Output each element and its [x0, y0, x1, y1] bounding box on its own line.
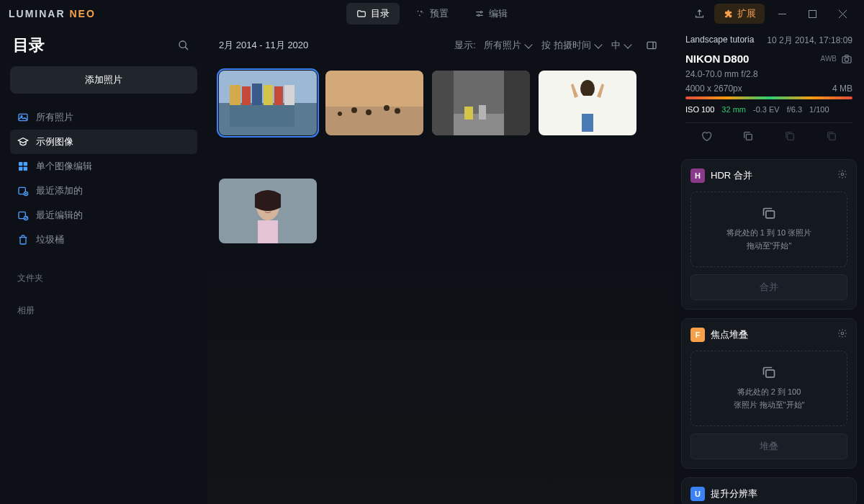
sidebar-item-single[interactable]: 单个图像编辑	[10, 154, 197, 179]
focus-stack-button[interactable]: 堆叠	[690, 433, 847, 459]
window-close[interactable]	[829, 3, 855, 24]
sidebar-item-recent-added[interactable]: 最近添加的	[10, 179, 197, 203]
svg-rect-5	[778, 14, 786, 14]
tab-catalog-label: 目录	[371, 7, 390, 20]
upscale-badge-icon: U	[690, 487, 705, 501]
search-icon	[178, 40, 189, 51]
panel-hdr-title: HDR 合并	[711, 169, 832, 182]
share-button[interactable]	[688, 3, 710, 24]
sidebar-item-label: 所有照片	[36, 111, 73, 124]
thumbnail[interactable]	[539, 71, 636, 135]
camera-model: NIKON D800	[685, 53, 749, 65]
puzzle-icon	[723, 9, 733, 19]
focus-settings[interactable]	[837, 328, 847, 341]
filter-show[interactable]: 显示: 所有照片	[454, 39, 531, 52]
svg-rect-12	[19, 167, 22, 171]
chevron-down-icon	[525, 40, 533, 48]
window-maximize[interactable]	[799, 3, 825, 24]
date-range[interactable]: 2月 2014 - 11月 2020	[219, 39, 308, 52]
image-dimensions: 4000 x 2670px	[685, 84, 742, 94]
svg-rect-39	[464, 107, 473, 120]
exif-shutter: 1/100	[809, 105, 829, 114]
sidebar-item-label: 最近添加的	[36, 184, 83, 197]
thumbnail-size[interactable]: 中	[611, 39, 631, 52]
tab-presets-label: 预置	[430, 7, 449, 20]
albums-header[interactable]: 相册	[17, 305, 197, 317]
focus-drop-zone[interactable]: 将此处的 2 到 100 张照片 拖动至"开始"	[690, 351, 847, 426]
file-date: 10 2月 2014, 17:18:09	[767, 35, 852, 47]
svg-rect-56	[766, 211, 775, 218]
sidebar-item-trash[interactable]: 垃圾桶	[10, 228, 197, 252]
svg-point-55	[841, 173, 844, 176]
thumbnail-image	[539, 71, 636, 135]
sort-by[interactable]: 按 拍摄时间	[541, 39, 601, 52]
svg-rect-28	[325, 71, 423, 107]
thumbnail[interactable]	[219, 179, 317, 243]
svg-point-1	[423, 12, 423, 13]
sidebar-item-label: 最近编辑的	[36, 209, 83, 222]
svg-rect-40	[479, 105, 486, 120]
stack-prev-button[interactable]	[784, 130, 796, 145]
image-icon	[17, 112, 29, 123]
svg-rect-27	[230, 105, 294, 127]
heart-icon	[701, 130, 712, 142]
hdr-badge-icon: H	[690, 168, 705, 183]
thumbnail-image	[219, 179, 317, 243]
sidebar-item-all[interactable]: 所有照片	[10, 105, 197, 130]
sidebar-item-label: 垃圾桶	[36, 233, 64, 246]
panel-focus-title: 焦点堆叠	[711, 328, 832, 341]
panel-upscale-title: 提升分辨率	[711, 487, 847, 500]
svg-rect-13	[24, 167, 27, 171]
svg-point-57	[841, 332, 844, 335]
favorite-button[interactable]	[701, 130, 712, 145]
svg-rect-54	[829, 134, 836, 140]
copy-button[interactable]	[742, 130, 754, 145]
svg-rect-10	[19, 162, 22, 166]
app-logo: LUMINAR NEO	[9, 8, 96, 19]
histogram	[685, 96, 852, 99]
svg-point-3	[480, 12, 482, 13]
hdr-merge-button[interactable]: 合并	[690, 274, 847, 300]
minimize-icon	[778, 10, 786, 18]
svg-point-2	[419, 14, 420, 16]
tab-presets[interactable]: 预置	[405, 3, 459, 24]
svg-rect-25	[274, 86, 283, 105]
tab-edit[interactable]: 编辑	[464, 3, 518, 24]
stack-icon	[784, 130, 796, 142]
grid-icon	[17, 161, 29, 172]
maximize-icon	[809, 10, 816, 18]
svg-rect-22	[242, 86, 251, 105]
file-size: 4 MB	[832, 84, 852, 94]
hdr-settings[interactable]	[837, 169, 847, 182]
hdr-drop-zone[interactable]: 将此处的 1 到 10 张照片 拖动至"开始"	[690, 192, 847, 267]
search-button[interactable]	[173, 35, 194, 56]
folders-header[interactable]: 文件夹	[17, 272, 197, 284]
svg-rect-21	[230, 85, 240, 105]
thumbnail[interactable]	[325, 71, 423, 135]
chevron-down-icon	[624, 40, 631, 48]
images-icon	[762, 366, 776, 380]
folder-icon	[356, 9, 366, 19]
svg-rect-37	[504, 71, 530, 135]
info-toggle[interactable]	[641, 35, 662, 56]
sidebar-item-samples[interactable]: 示例图像	[10, 130, 197, 154]
svg-point-0	[418, 11, 419, 12]
file-name: Landscape tutoria	[685, 35, 754, 47]
svg-rect-58	[766, 370, 775, 377]
stack-next-button[interactable]	[826, 130, 837, 145]
sidebar-item-recent-edited[interactable]: 最近编辑的	[10, 203, 197, 228]
svg-point-51	[845, 58, 848, 61]
window-minimize[interactable]	[769, 3, 795, 24]
svg-point-49	[271, 203, 274, 206]
extensions-button[interactable]: 扩展	[714, 4, 765, 24]
exif-ev: -0.3 EV	[753, 105, 780, 114]
thumbnail[interactable]	[432, 71, 530, 135]
exif-focal: 32 mm	[721, 105, 746, 114]
tab-catalog[interactable]: 目录	[346, 3, 400, 24]
add-photos-button[interactable]: 添加照片	[10, 66, 197, 94]
sparkle-icon	[415, 9, 426, 19]
exif-iso: ISO 100	[685, 105, 714, 114]
svg-rect-24	[264, 85, 273, 105]
thumbnail[interactable]	[219, 71, 317, 135]
stack-icon	[826, 130, 837, 142]
